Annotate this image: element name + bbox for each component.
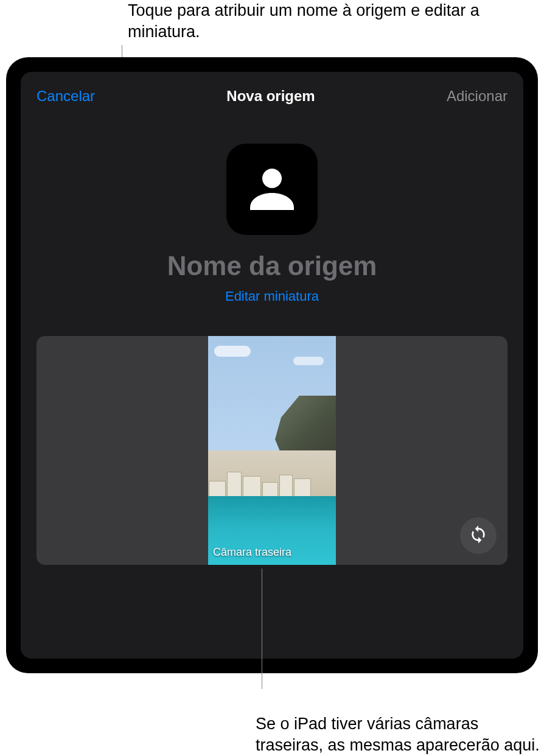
avatar-placeholder[interactable] <box>226 144 318 235</box>
annotation-top: Toque para atribuir um nome à origem e e… <box>128 0 544 43</box>
edit-thumbnail-button[interactable]: Editar miniatura <box>225 289 319 304</box>
add-button[interactable]: Adicionar <box>447 88 507 105</box>
callout-line <box>262 569 262 689</box>
nav-bar: Cancelar Nova origem Adicionar <box>37 83 507 110</box>
new-source-modal: Cancelar Nova origem Adicionar Nome da o… <box>21 72 523 659</box>
preview-cloud <box>293 357 324 365</box>
avatar-section: Nome da origem Editar miniatura <box>37 144 507 304</box>
flip-camera-button[interactable] <box>460 517 497 554</box>
modal-title: Nova origem <box>226 88 315 105</box>
device-frame: Cancelar Nova origem Adicionar Nome da o… <box>6 57 538 673</box>
preview-cloud <box>214 346 251 357</box>
flip-camera-icon <box>469 525 488 547</box>
annotation-bottom: Se o iPad tiver várias câmaras traseiras… <box>256 713 544 756</box>
camera-label: Câmara traseira <box>213 546 291 559</box>
source-name-input[interactable]: Nome da origem <box>167 251 377 281</box>
camera-preview[interactable]: Câmara traseira <box>208 336 336 565</box>
person-icon <box>243 159 301 220</box>
svg-point-0 <box>262 169 282 188</box>
cancel-button[interactable]: Cancelar <box>37 88 95 105</box>
camera-preview-container: Câmara traseira <box>37 336 507 565</box>
